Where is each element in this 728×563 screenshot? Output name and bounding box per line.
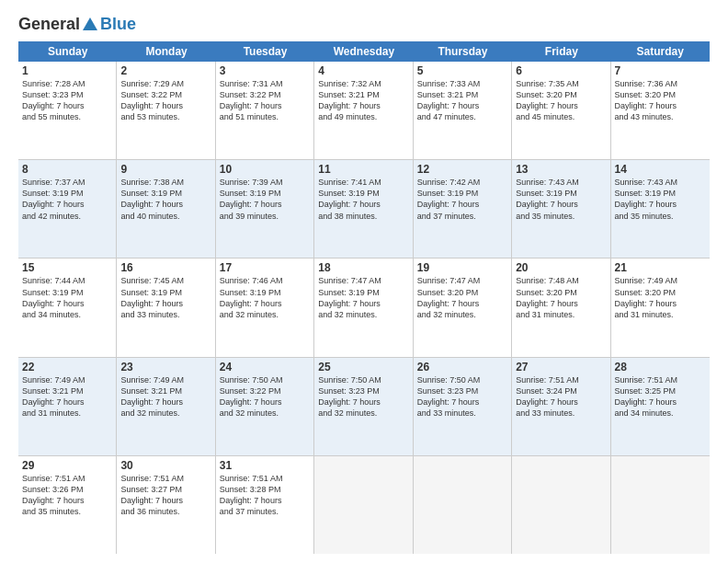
calendar-row-5: 29Sunrise: 7:51 AMSunset: 3:26 PMDayligh… bbox=[18, 456, 710, 554]
day-cell-21: 21Sunrise: 7:49 AMSunset: 3:20 PMDayligh… bbox=[611, 259, 710, 356]
day-cell-30: 30Sunrise: 7:51 AMSunset: 3:27 PMDayligh… bbox=[117, 456, 215, 554]
day-cell-6: 6Sunrise: 7:35 AMSunset: 3:20 PMDaylight… bbox=[512, 62, 610, 159]
logo-blue: Blue bbox=[100, 15, 136, 34]
day-detail: Sunrise: 7:47 AMSunset: 3:20 PMDaylight:… bbox=[417, 275, 507, 320]
day-detail: Sunrise: 7:41 AMSunset: 3:19 PMDaylight:… bbox=[318, 177, 408, 222]
day-detail: Sunrise: 7:48 AMSunset: 3:20 PMDaylight:… bbox=[516, 275, 606, 320]
logo-icon bbox=[81, 16, 99, 34]
day-detail: Sunrise: 7:49 AMSunset: 3:20 PMDaylight:… bbox=[615, 275, 706, 320]
day-detail: Sunrise: 7:44 AMSunset: 3:19 PMDaylight:… bbox=[22, 275, 112, 320]
day-detail: Sunrise: 7:35 AMSunset: 3:20 PMDaylight:… bbox=[516, 78, 606, 123]
day-cell-14: 14Sunrise: 7:43 AMSunset: 3:19 PMDayligh… bbox=[611, 160, 710, 258]
calendar-row-4: 22Sunrise: 7:49 AMSunset: 3:21 PMDayligh… bbox=[18, 358, 710, 456]
day-number: 22 bbox=[22, 361, 112, 373]
day-number: 17 bbox=[220, 261, 310, 274]
day-detail: Sunrise: 7:33 AMSunset: 3:21 PMDaylight:… bbox=[417, 78, 507, 123]
day-detail: Sunrise: 7:51 AMSunset: 3:25 PMDaylight:… bbox=[615, 374, 706, 419]
header-day-saturday: Saturday bbox=[611, 41, 710, 62]
empty-cell bbox=[611, 456, 710, 554]
day-detail: Sunrise: 7:46 AMSunset: 3:19 PMDaylight:… bbox=[220, 275, 310, 320]
day-detail: Sunrise: 7:37 AMSunset: 3:19 PMDaylight:… bbox=[22, 177, 112, 222]
day-number: 8 bbox=[22, 163, 112, 176]
empty-cell bbox=[314, 456, 413, 554]
day-number: 21 bbox=[615, 261, 706, 274]
day-cell-23: 23Sunrise: 7:49 AMSunset: 3:21 PMDayligh… bbox=[117, 358, 215, 455]
day-detail: Sunrise: 7:42 AMSunset: 3:19 PMDaylight:… bbox=[417, 177, 507, 222]
day-number: 16 bbox=[120, 261, 210, 274]
day-cell-10: 10Sunrise: 7:39 AMSunset: 3:19 PMDayligh… bbox=[216, 160, 314, 258]
day-cell-31: 31Sunrise: 7:51 AMSunset: 3:28 PMDayligh… bbox=[216, 456, 314, 554]
day-cell-5: 5Sunrise: 7:33 AMSunset: 3:21 PMDaylight… bbox=[414, 62, 512, 159]
day-detail: Sunrise: 7:38 AMSunset: 3:19 PMDaylight:… bbox=[120, 177, 210, 222]
empty-cell bbox=[512, 456, 610, 554]
day-cell-7: 7Sunrise: 7:36 AMSunset: 3:20 PMDaylight… bbox=[611, 62, 710, 159]
day-detail: Sunrise: 7:50 AMSunset: 3:22 PMDaylight:… bbox=[220, 374, 310, 419]
day-cell-19: 19Sunrise: 7:47 AMSunset: 3:20 PMDayligh… bbox=[414, 259, 512, 356]
calendar-row-1: 1Sunrise: 7:28 AMSunset: 3:23 PMDaylight… bbox=[18, 62, 710, 160]
day-detail: Sunrise: 7:51 AMSunset: 3:28 PMDaylight:… bbox=[220, 473, 310, 518]
day-detail: Sunrise: 7:47 AMSunset: 3:19 PMDaylight:… bbox=[318, 275, 408, 320]
calendar-header: SundayMondayTuesdayWednesdayThursdayFrid… bbox=[18, 41, 710, 62]
empty-cell bbox=[414, 456, 512, 554]
day-number: 5 bbox=[417, 64, 507, 77]
day-detail: Sunrise: 7:43 AMSunset: 3:19 PMDaylight:… bbox=[516, 177, 606, 222]
day-cell-13: 13Sunrise: 7:43 AMSunset: 3:19 PMDayligh… bbox=[512, 160, 610, 258]
header-day-monday: Monday bbox=[117, 41, 215, 62]
header: General Blue bbox=[18, 15, 710, 34]
day-number: 11 bbox=[318, 163, 408, 176]
day-detail: Sunrise: 7:29 AMSunset: 3:22 PMDaylight:… bbox=[120, 78, 210, 123]
day-cell-8: 8Sunrise: 7:37 AMSunset: 3:19 PMDaylight… bbox=[18, 160, 117, 258]
logo: General Blue bbox=[18, 15, 136, 34]
day-cell-25: 25Sunrise: 7:50 AMSunset: 3:23 PMDayligh… bbox=[314, 358, 413, 455]
day-cell-24: 24Sunrise: 7:50 AMSunset: 3:22 PMDayligh… bbox=[216, 358, 314, 455]
day-detail: Sunrise: 7:50 AMSunset: 3:23 PMDaylight:… bbox=[318, 374, 408, 419]
header-day-friday: Friday bbox=[512, 41, 610, 62]
header-day-thursday: Thursday bbox=[414, 41, 512, 62]
day-number: 24 bbox=[220, 361, 310, 373]
day-cell-15: 15Sunrise: 7:44 AMSunset: 3:19 PMDayligh… bbox=[18, 259, 117, 356]
day-number: 31 bbox=[220, 459, 310, 472]
day-cell-11: 11Sunrise: 7:41 AMSunset: 3:19 PMDayligh… bbox=[314, 160, 413, 258]
day-detail: Sunrise: 7:43 AMSunset: 3:19 PMDaylight:… bbox=[615, 177, 706, 222]
day-detail: Sunrise: 7:51 AMSunset: 3:26 PMDaylight:… bbox=[22, 473, 112, 518]
day-cell-12: 12Sunrise: 7:42 AMSunset: 3:19 PMDayligh… bbox=[414, 160, 512, 258]
header-day-tuesday: Tuesday bbox=[216, 41, 314, 62]
day-cell-18: 18Sunrise: 7:47 AMSunset: 3:19 PMDayligh… bbox=[314, 259, 413, 356]
day-number: 9 bbox=[120, 163, 210, 176]
day-detail: Sunrise: 7:51 AMSunset: 3:24 PMDaylight:… bbox=[516, 374, 606, 419]
day-number: 25 bbox=[318, 361, 408, 373]
calendar-row-3: 15Sunrise: 7:44 AMSunset: 3:19 PMDayligh… bbox=[18, 259, 710, 357]
day-cell-16: 16Sunrise: 7:45 AMSunset: 3:19 PMDayligh… bbox=[117, 259, 215, 356]
day-number: 26 bbox=[417, 361, 507, 373]
day-number: 3 bbox=[220, 64, 310, 77]
day-number: 30 bbox=[120, 459, 210, 472]
day-number: 14 bbox=[615, 163, 706, 176]
day-number: 4 bbox=[318, 64, 408, 77]
day-number: 23 bbox=[120, 361, 210, 373]
day-detail: Sunrise: 7:36 AMSunset: 3:20 PMDaylight:… bbox=[615, 78, 706, 123]
day-cell-29: 29Sunrise: 7:51 AMSunset: 3:26 PMDayligh… bbox=[18, 456, 117, 554]
day-cell-3: 3Sunrise: 7:31 AMSunset: 3:22 PMDaylight… bbox=[216, 62, 314, 159]
day-number: 19 bbox=[417, 261, 507, 274]
header-day-sunday: Sunday bbox=[18, 41, 117, 62]
day-detail: Sunrise: 7:32 AMSunset: 3:21 PMDaylight:… bbox=[318, 78, 408, 123]
day-number: 6 bbox=[516, 64, 606, 77]
day-detail: Sunrise: 7:49 AMSunset: 3:21 PMDaylight:… bbox=[22, 374, 112, 419]
day-cell-17: 17Sunrise: 7:46 AMSunset: 3:19 PMDayligh… bbox=[216, 259, 314, 356]
day-number: 15 bbox=[22, 261, 112, 274]
day-number: 18 bbox=[318, 261, 408, 274]
day-number: 1 bbox=[22, 64, 112, 77]
day-detail: Sunrise: 7:51 AMSunset: 3:27 PMDaylight:… bbox=[120, 473, 210, 518]
svg-marker-0 bbox=[83, 17, 97, 30]
calendar-body: 1Sunrise: 7:28 AMSunset: 3:23 PMDaylight… bbox=[18, 62, 710, 554]
day-cell-4: 4Sunrise: 7:32 AMSunset: 3:21 PMDaylight… bbox=[314, 62, 413, 159]
day-number: 7 bbox=[615, 64, 706, 77]
day-cell-26: 26Sunrise: 7:50 AMSunset: 3:23 PMDayligh… bbox=[414, 358, 512, 455]
day-detail: Sunrise: 7:39 AMSunset: 3:19 PMDaylight:… bbox=[220, 177, 310, 222]
day-number: 10 bbox=[220, 163, 310, 176]
day-cell-20: 20Sunrise: 7:48 AMSunset: 3:20 PMDayligh… bbox=[512, 259, 610, 356]
day-cell-9: 9Sunrise: 7:38 AMSunset: 3:19 PMDaylight… bbox=[117, 160, 215, 258]
day-cell-22: 22Sunrise: 7:49 AMSunset: 3:21 PMDayligh… bbox=[18, 358, 117, 455]
day-number: 12 bbox=[417, 163, 507, 176]
calendar-row-2: 8Sunrise: 7:37 AMSunset: 3:19 PMDaylight… bbox=[18, 160, 710, 259]
